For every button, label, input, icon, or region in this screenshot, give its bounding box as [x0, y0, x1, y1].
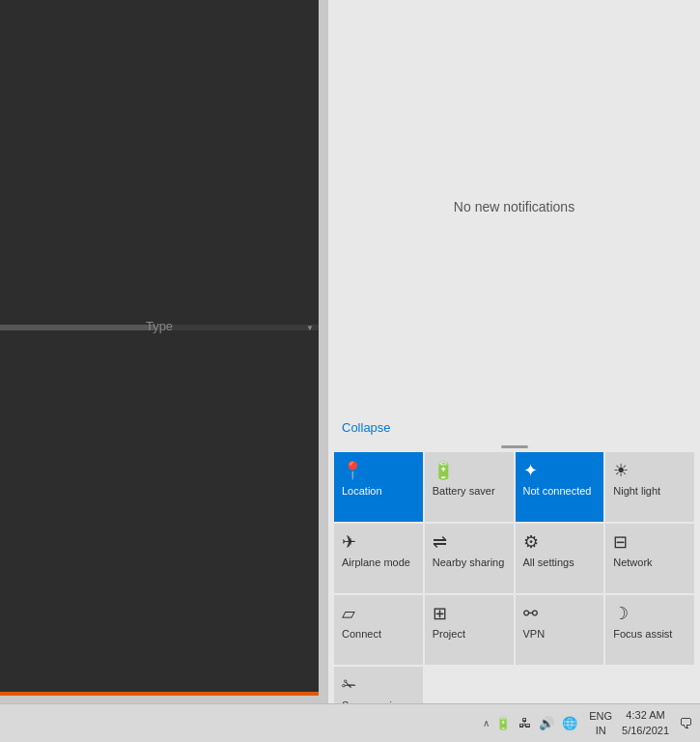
location-icon: 📍	[342, 462, 363, 479]
qa-tile-connect[interactable]: ▱Connect	[334, 595, 423, 665]
taskbar-battery-icon[interactable]: 🔋	[493, 714, 513, 732]
qa-tile-nearby-sharing[interactable]: ⇌Nearby sharing	[425, 524, 514, 593]
qa-tile-vpn[interactable]: ⚯VPN	[516, 595, 604, 665]
taskbar-language[interactable]: ENGIN	[585, 709, 616, 737]
vpn-icon: ⚯	[523, 605, 538, 622]
qa-tile-label-night-light: Night light	[613, 485, 660, 498]
battery-icon: 🔋	[433, 462, 454, 479]
taskbar-system-icons: ∧ 🔋 🖧 🔊 🌐	[479, 714, 583, 732]
screensnip-icon: ✁	[342, 676, 356, 694]
taskbar-time: 4:32 AM	[622, 708, 669, 723]
qa-tile-all-settings[interactable]: ⚙All settings	[516, 524, 604, 593]
settings-icon: ⚙	[523, 533, 539, 551]
right-panel: No new notifications Collapse 📍Location🔋…	[328, 0, 700, 742]
taskbar-notification-icon[interactable]: 🗨	[675, 716, 696, 731]
taskbar-right: ∧ 🔋 🖧 🔊 🌐 ENGIN 4:32 AM 5/16/2021 🗨	[479, 708, 696, 738]
taskbar-location-icon[interactable]: 🌐	[560, 714, 579, 732]
connect-icon: ▱	[342, 605, 355, 622]
qa-tile-airplane-mode[interactable]: ✈Airplane mode	[334, 524, 423, 593]
network-icon: ⊟	[613, 533, 628, 551]
scroll-dot	[501, 445, 528, 448]
qa-tile-label-focus-assist: Focus assist	[613, 628, 672, 641]
qa-tile-battery-saver[interactable]: 🔋Battery saver	[425, 452, 514, 522]
qa-tile-label-all-settings: All settings	[523, 556, 574, 569]
qa-tile-location[interactable]: 📍Location	[334, 452, 423, 522]
bluetooth-icon: ✦	[523, 462, 538, 479]
nightlight-icon: ☀	[613, 462, 629, 479]
taskbar-chevron-icon[interactable]: ∧	[483, 718, 490, 728]
type-label: Type	[0, 319, 319, 333]
quick-actions-panel: 📍Location🔋Battery saver✦Not connected☀Ni…	[328, 450, 700, 742]
qa-tile-network[interactable]: ⊟Network	[605, 524, 694, 593]
taskbar-volume-icon[interactable]: 🔊	[537, 714, 556, 732]
qa-tile-label-location: Location	[342, 485, 382, 498]
qa-tile-night-light[interactable]: ☀Night light	[605, 452, 694, 522]
collapse-button[interactable]: Collapse	[342, 420, 391, 435]
qa-tile-label-network: Network	[613, 556, 652, 569]
airplane-icon: ✈	[342, 533, 356, 551]
qa-tile-focus-assist[interactable]: ☽Focus assist	[605, 595, 694, 665]
notifications-area: No new notifications	[328, 0, 700, 413]
taskbar-clock[interactable]: 4:32 AM 5/16/2021	[618, 708, 673, 738]
qa-tile-not-connected[interactable]: ✦Not connected	[516, 452, 604, 522]
qa-tile-label-nearby-sharing: Nearby sharing	[433, 556, 505, 569]
qa-tile-label-airplane-mode: Airplane mode	[342, 556, 410, 569]
quick-actions-grid: 📍Location🔋Battery saver✦Not connected☀Ni…	[334, 452, 694, 736]
collapse-bar: Collapse	[328, 413, 700, 442]
qa-tile-label-battery-saver: Battery saver	[433, 485, 495, 498]
scroll-indicator	[328, 442, 700, 450]
taskbar: ∧ 🔋 🖧 🔊 🌐 ENGIN 4:32 AM 5/16/2021 🗨	[0, 703, 700, 742]
nearbysharing-icon: ⇌	[433, 533, 447, 551]
qa-tile-label-vpn: VPN	[523, 628, 546, 641]
qa-tile-project[interactable]: ⊞Project	[425, 595, 514, 665]
qa-tile-label-connect: Connect	[342, 628, 381, 641]
left-panel: ▼ Type	[0, 0, 319, 696]
qa-tile-label-not-connected: Not connected	[523, 485, 592, 498]
taskbar-date: 5/16/2021	[622, 724, 669, 738]
qa-tile-label-project: Project	[433, 628, 465, 641]
no-notifications-text: No new notifications	[454, 199, 574, 214]
focusassist-icon: ☽	[613, 605, 629, 622]
taskbar-network-icon[interactable]: 🖧	[517, 714, 533, 732]
project-icon: ⊞	[433, 605, 447, 622]
